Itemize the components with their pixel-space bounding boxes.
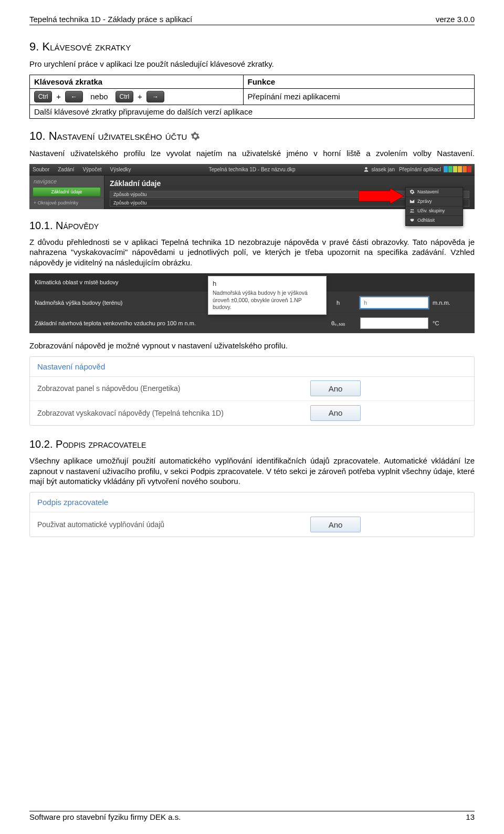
toggle-tepelna[interactable]: Ano bbox=[310, 405, 361, 421]
panel-podpis-head: Podpis zpracovatele bbox=[30, 492, 474, 512]
page-header-right: verze 3.0.0 bbox=[436, 15, 475, 24]
section-10-intro: Nastavení uživatelského profilu lze vyvo… bbox=[29, 148, 475, 159]
input-theta[interactable] bbox=[360, 317, 428, 329]
setting-energetika-label: Zobrazovat panel s nápovědou (Energetika… bbox=[37, 384, 310, 393]
unit-h: m.n.m. bbox=[433, 300, 462, 306]
field-label-nadmorska: Nadmořská výška budovy (terénu) bbox=[29, 300, 208, 306]
menu-vypocet[interactable]: Výpočet bbox=[82, 167, 101, 172]
toggle-autofill[interactable]: Ano bbox=[310, 517, 361, 532]
power-icon bbox=[410, 218, 415, 223]
screenshot-app-header: Tepelná technika 1D - Bez názvu.dkp Soub… bbox=[29, 164, 475, 209]
panel-podpis: Podpis zpracovatele Použivat automatické… bbox=[29, 492, 475, 537]
section-101-p1: Z důvodu přehlednosti se v aplikaci Tepe… bbox=[29, 237, 475, 268]
setting-tepelna-label: Zobrazovat vyskakovací nápovědy (Tepelná… bbox=[37, 409, 310, 417]
symbol-theta: θₑ,₁₀₀ bbox=[320, 320, 356, 327]
or-text: nebo bbox=[85, 92, 113, 101]
toggle-energetika[interactable]: Ano bbox=[310, 380, 361, 396]
unit-theta: °C bbox=[433, 320, 462, 326]
mail-icon bbox=[410, 199, 415, 204]
dropdown-nastaveni[interactable]: Nastavení bbox=[406, 188, 463, 197]
section-9-intro: Pro urychlení práce v aplikaci lze použí… bbox=[29, 59, 475, 69]
menu-soubor[interactable]: Soubor bbox=[33, 167, 49, 172]
panel-napoved: Nastavení nápověd Zobrazovat panel s náp… bbox=[29, 356, 475, 426]
shortcuts-table: Klávesová zkratka Funkce Ctrl + ← nebo C… bbox=[29, 75, 475, 119]
user-menu-trigger[interactable]: slasek jan bbox=[363, 167, 394, 172]
red-arrow-callout bbox=[359, 188, 404, 205]
function-cell: Přepínání mezi aplikacemi bbox=[243, 88, 474, 105]
dropdown-zpravy[interactable]: Zprávy bbox=[406, 197, 463, 207]
section-10-heading: 10. Nastavení uživatelského účtu bbox=[29, 129, 475, 143]
key-right: → bbox=[146, 91, 164, 102]
tooltip-body: Nadmořská výška budovy h je výšková úrov… bbox=[213, 290, 322, 311]
section-102-p1: Všechny aplikace umožňují použití automa… bbox=[29, 456, 475, 487]
after-shot2-text: Zobrazování nápověd je možné vypnout v n… bbox=[29, 341, 475, 351]
gear-icon bbox=[410, 189, 415, 194]
footer-left: Software pro stavební fyziku firmy DEK a… bbox=[29, 812, 181, 821]
key-ctrl-2: Ctrl bbox=[116, 91, 133, 102]
dropdown-skupiny[interactable]: Uživ. skupiny bbox=[406, 207, 463, 216]
sidebar: navigace Základní údaje + Okrajové podmí… bbox=[29, 176, 104, 209]
section-9-heading: 9. Klávesové zkratky bbox=[29, 40, 475, 54]
footer-page-num: 13 bbox=[466, 812, 475, 821]
screenshot-tooltip: Klimatická oblast v místě budovy Nadmořs… bbox=[29, 273, 475, 333]
shortcut-cell: Ctrl + ← nebo Ctrl + → bbox=[30, 88, 244, 105]
user-dropdown: Nastavení Zprávy Uživ. skupiny Odhlásit bbox=[405, 187, 463, 226]
menu-zadani[interactable]: Zadání bbox=[58, 167, 74, 172]
col-function-header: Funkce bbox=[243, 75, 474, 88]
section-102-heading: 10.2. Podpis zpracovatele bbox=[29, 438, 475, 450]
app-swatches bbox=[444, 166, 471, 172]
setting-autofill-label: Použivat automatické vyplňování údajů bbox=[37, 520, 310, 529]
panel-napoved-head: Nastavení nápověd bbox=[30, 357, 474, 377]
user-icon bbox=[363, 167, 369, 172]
menu-vysledky[interactable]: Výsledky bbox=[110, 167, 131, 172]
tooltip-popup: h Nadmořská výška budovy h je výšková úr… bbox=[208, 276, 327, 315]
sidebar-item-okrajove[interactable]: + Okrajové podmínky bbox=[29, 198, 104, 208]
key-left: ← bbox=[65, 91, 83, 102]
page-header-left: Tepelná technika 1D - Základy práce s ap… bbox=[29, 15, 192, 24]
field-label-klimaticka: Klimatická oblast v místě budovy bbox=[29, 279, 208, 285]
dropdown-odhlasit[interactable]: Odhlásit bbox=[406, 216, 463, 225]
shortcuts-note: Další klávesové zkratky připravujeme do … bbox=[30, 105, 475, 118]
app-switcher[interactable]: Přepínání aplikací bbox=[399, 166, 471, 172]
gear-icon bbox=[191, 129, 200, 142]
field-label-teplota: Základní návrhová teplota venkovního vzd… bbox=[29, 320, 208, 326]
tooltip-head: h bbox=[213, 280, 322, 287]
col-shortcut-header: Klávesová zkratka bbox=[30, 75, 244, 88]
sidebar-btn-zakladni[interactable]: Základní údaje bbox=[33, 187, 101, 197]
sidebar-label: navigace bbox=[29, 176, 104, 186]
input-h[interactable] bbox=[360, 297, 428, 308]
key-ctrl: Ctrl bbox=[34, 91, 52, 102]
users-icon bbox=[410, 208, 415, 213]
svg-marker-0 bbox=[359, 188, 404, 204]
